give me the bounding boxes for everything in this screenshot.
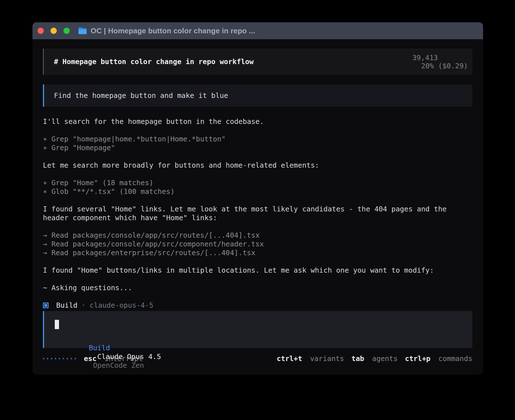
window-title: OC | Homepage button color change in rep… [91, 27, 255, 35]
tool-bullet-icon: ∗ [43, 135, 51, 143]
read-call-line: →Read packages/enterprise/src/routes/[..… [43, 248, 472, 257]
user-message-text: Find the homepage button and make it blu… [54, 91, 228, 100]
assistant-paragraph: header component which have "Home" links… [43, 213, 472, 222]
titlebar[interactable]: OC | Homepage button color change in rep… [32, 22, 483, 39]
hint-label: variants [310, 355, 344, 363]
prompt-input[interactable]: Build Claude Opus 4.5 OpenCode Zen [43, 311, 472, 348]
context-cost: 20% ($0.29) [421, 62, 468, 70]
tool-call-text: Grep "Homepage" [51, 144, 115, 152]
read-call-text: Read packages/console/app/src/component/… [51, 240, 264, 248]
assistant-paragraph: Let me search more broadly for buttons a… [43, 161, 472, 170]
agent-name: Build [56, 301, 77, 310]
arrow-right-icon: → [43, 240, 51, 248]
status-bar-right: ctrl+t variants tab agents ctrl+p comman… [277, 355, 472, 363]
assistant-paragraph: I'll search for the homepage button in t… [43, 117, 472, 126]
keyboard-hint: tab agents [352, 355, 398, 363]
tool-call-text: Glob "**/*.tsx" (100 matches) [51, 187, 175, 196]
token-count: 39,413 [412, 54, 438, 62]
folder-icon [78, 27, 87, 34]
hint-label: agents [372, 355, 398, 363]
assistant-paragraph: I found "Home" buttons/links in multiple… [43, 266, 472, 275]
tool-call-line: ∗Grep "Homepage" [43, 143, 472, 152]
tool-call-text: Grep "Home" (18 matches) [51, 179, 153, 187]
tool-call-line: ∗Grep "homepage|home.*button|Home.*butto… [43, 135, 472, 143]
status-text: Asking questions... [51, 284, 132, 292]
tool-call-line: ∗Grep "Home" (18 matches) [43, 178, 472, 187]
keyboard-hint: ctrl+p commands [405, 355, 472, 363]
tool-bullet-icon: ∗ [43, 143, 51, 152]
terminal-window: OC | Homepage button color change in rep… [32, 22, 483, 375]
tool-bullet-icon: ∗ [43, 187, 51, 196]
read-call-line: →Read packages/console/app/src/component… [43, 240, 472, 248]
hint-label: commands [438, 355, 472, 363]
tool-call-line: ∗Glob "**/*.tsx" (100 matches) [43, 187, 472, 196]
arrow-right-icon: → [43, 248, 51, 257]
keyboard-hint: ctrl+t variants [277, 355, 344, 363]
text-cursor [55, 320, 59, 329]
session-header: # Homepage button color change in repo w… [43, 49, 472, 75]
agent-model-line: Build · claude-opus-4-5 [43, 301, 472, 310]
tool-call-text: Grep "homepage|home.*button|Home.*button… [51, 135, 226, 143]
tool-bullet-icon: ∗ [43, 178, 51, 187]
session-stats: 39,413 20% ($0.29) [378, 45, 468, 78]
hint-key: ctrl+t [277, 355, 302, 363]
hint-key: tab [352, 355, 364, 363]
maximize-button[interactable] [64, 28, 70, 34]
active-model-name: Claude Opus 4.5 [97, 353, 161, 361]
user-message: Find the homepage button and make it blu… [43, 84, 472, 107]
close-button[interactable] [38, 28, 44, 34]
read-call-line: →Read packages/console/app/src/routes/[.… [43, 231, 472, 240]
status-tilde-icon: ~ [43, 283, 51, 292]
model-id: claude-opus-4-5 [90, 301, 153, 310]
assistant-paragraph: I found several "Home" links. Let me loo… [43, 205, 472, 213]
hint-key: ctrl+p [405, 355, 430, 363]
agent-icon [43, 303, 49, 308]
provider-name: OpenCode Zen [93, 361, 144, 369]
agent-mode-badge[interactable]: Build [89, 344, 110, 352]
assistant-response: I'll search for the homepage button in t… [43, 117, 472, 310]
session-title: # Homepage button color change in repo w… [54, 58, 254, 66]
status-line: ~Asking questions... [43, 283, 472, 292]
read-call-text: Read packages/console/app/src/routes/[..… [51, 231, 260, 239]
terminal-content: # Homepage button color change in repo w… [32, 39, 483, 375]
read-call-text: Read packages/enterprise/src/routes/[...… [51, 249, 255, 257]
minimize-button[interactable] [51, 28, 57, 34]
input-status-row: Build Claude Opus 4.5 OpenCode Zen [55, 335, 161, 344]
separator-dot: · [81, 301, 86, 310]
arrow-right-icon: → [43, 231, 51, 240]
